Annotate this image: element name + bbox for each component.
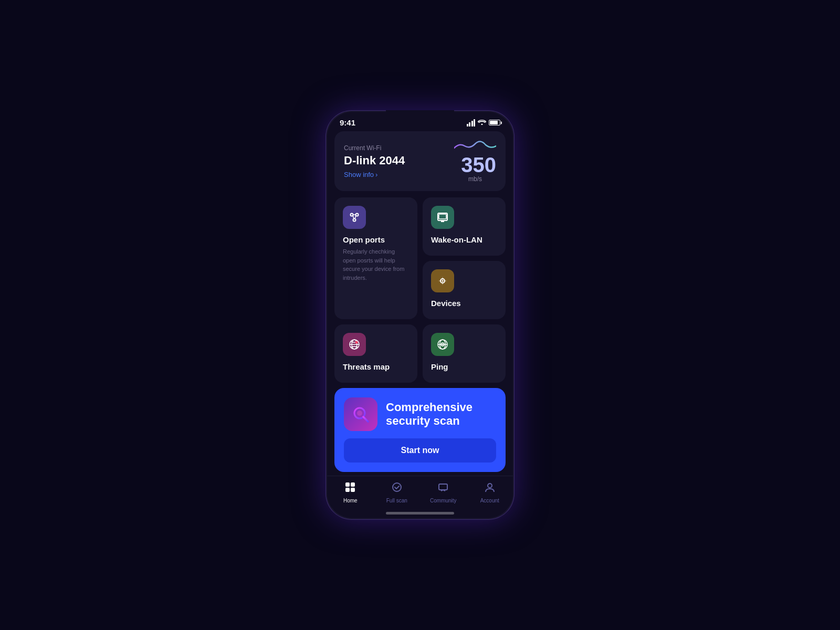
devices-title: Devices bbox=[431, 299, 497, 308]
svg-line-3 bbox=[353, 216, 354, 219]
open-ports-desc: Regularly chechking open posrts will hel… bbox=[343, 247, 409, 282]
svg-point-15 bbox=[355, 341, 358, 344]
svg-rect-25 bbox=[351, 482, 355, 487]
svg-rect-7 bbox=[439, 214, 446, 219]
threats-map-icon bbox=[343, 333, 366, 356]
feature-grid: Open ports Regularly chechking open posr… bbox=[334, 197, 506, 383]
threats-map-title: Threats map bbox=[343, 362, 409, 371]
wake-on-lan-cell[interactable]: Wake-on-LAN bbox=[423, 197, 506, 256]
home-label: Home bbox=[343, 498, 358, 503]
nav-community[interactable]: Community bbox=[420, 481, 467, 503]
svg-rect-24 bbox=[345, 482, 350, 487]
wake-on-lan-icon bbox=[431, 206, 454, 229]
svg-rect-27 bbox=[351, 488, 355, 492]
nav-account[interactable]: Account bbox=[467, 481, 513, 503]
show-info-button[interactable]: Show info › bbox=[344, 171, 405, 178]
speed-wave bbox=[454, 140, 496, 152]
community-label: Community bbox=[430, 498, 457, 503]
account-label: Account bbox=[480, 498, 499, 503]
devices-cell[interactable]: Devices bbox=[423, 261, 506, 319]
threats-map-cell[interactable]: Threats map bbox=[334, 324, 417, 383]
signal-icon bbox=[467, 119, 476, 127]
fullscan-icon bbox=[391, 481, 403, 496]
speed-number: 350 bbox=[454, 154, 496, 175]
phone-frame: 9:41 bbox=[326, 110, 514, 520]
fullscan-label: Full scan bbox=[386, 498, 407, 503]
nav-fullscan[interactable]: Full scan bbox=[374, 481, 421, 503]
svg-line-4 bbox=[355, 216, 356, 219]
svg-rect-29 bbox=[439, 484, 447, 490]
battery-icon bbox=[489, 120, 500, 125]
status-icons bbox=[467, 119, 501, 127]
open-ports-icon bbox=[343, 206, 366, 229]
nav-home[interactable]: Home bbox=[327, 481, 374, 503]
main-scroll[interactable]: Current Wi-Fi D-link 2044 Show info › bbox=[327, 131, 513, 476]
svg-line-22 bbox=[363, 417, 368, 422]
home-icon bbox=[344, 481, 356, 496]
wifi-card: Current Wi-Fi D-link 2044 Show info › bbox=[334, 131, 506, 191]
svg-point-20 bbox=[442, 344, 444, 345]
wake-on-lan-title: Wake-on-LAN bbox=[431, 235, 497, 244]
home-indicator bbox=[327, 508, 513, 518]
wifi-name: D-link 2044 bbox=[344, 154, 405, 167]
home-bar bbox=[386, 512, 454, 514]
bottom-nav: Home Full scan Communi bbox=[327, 476, 513, 508]
wifi-status-icon bbox=[478, 119, 486, 127]
svg-point-2 bbox=[353, 219, 356, 222]
start-now-button[interactable]: Start now bbox=[344, 438, 496, 463]
ping-icon bbox=[431, 333, 454, 356]
phone-screen: 9:41 bbox=[327, 112, 513, 518]
scan-top: Comprehensive security scan bbox=[344, 397, 496, 431]
wifi-info: Current Wi-Fi D-link 2044 Show info › bbox=[344, 144, 405, 178]
svg-point-30 bbox=[488, 484, 492, 488]
open-ports-cell[interactable]: Open ports Regularly chechking open posr… bbox=[334, 197, 417, 319]
svg-point-23 bbox=[357, 411, 362, 416]
open-ports-title: Open ports bbox=[343, 235, 409, 244]
scan-icon-wrap bbox=[344, 397, 377, 431]
notch bbox=[386, 110, 454, 126]
scan-title: Comprehensive security scan bbox=[386, 401, 496, 428]
devices-icon bbox=[431, 269, 454, 292]
scan-card: Comprehensive security scan Start now bbox=[334, 388, 506, 472]
svg-rect-26 bbox=[345, 488, 350, 492]
status-time: 9:41 bbox=[340, 118, 355, 127]
speed-display: 350 mb/s bbox=[454, 140, 496, 183]
ping-cell[interactable]: Ping bbox=[423, 324, 506, 383]
account-icon bbox=[484, 481, 496, 496]
scan-icon bbox=[344, 397, 377, 431]
svg-point-28 bbox=[393, 483, 401, 491]
speed-unit: mb/s bbox=[454, 175, 496, 183]
ping-title: Ping bbox=[431, 362, 497, 371]
wifi-label: Current Wi-Fi bbox=[344, 144, 405, 152]
community-icon bbox=[437, 481, 449, 496]
